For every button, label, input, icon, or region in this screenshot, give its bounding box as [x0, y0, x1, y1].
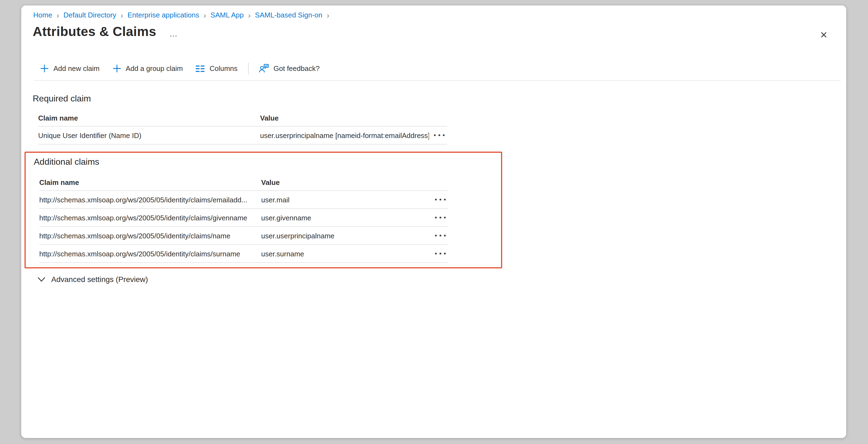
- additional-claims-table: Claim name Value http://schemas.xmlsoap.…: [39, 175, 448, 263]
- claim-name-cell: http://schemas.xmlsoap.org/ws/2005/05/id…: [39, 249, 261, 258]
- table-header-row: Claim name Value: [39, 175, 448, 191]
- claim-value-cell: user.surname: [261, 249, 430, 258]
- advanced-settings-label: Advanced settings (Preview): [51, 275, 148, 284]
- column-header-value: Value: [261, 178, 448, 186]
- table-row[interactable]: http://schemas.xmlsoap.org/ws/2005/05/id…: [39, 191, 448, 209]
- breadcrumb-separator-icon: ›: [56, 11, 59, 19]
- breadcrumb-separator-icon: ›: [248, 11, 251, 19]
- feedback-icon: [259, 64, 269, 73]
- add-group-claim-label: Add a group claim: [126, 64, 183, 72]
- table-header-row: Claim name Value: [38, 110, 447, 126]
- chevron-down-icon: [38, 275, 45, 284]
- claim-name-cell: http://schemas.xmlsoap.org/ws/2005/05/id…: [39, 213, 261, 222]
- claim-value-cell: user.mail: [261, 196, 430, 204]
- page-title: Attributes & Claims: [33, 24, 156, 39]
- row-actions-button[interactable]: •••: [429, 132, 447, 139]
- breadcrumb-link-saml-app[interactable]: SAML App: [211, 11, 244, 19]
- required-claim-section-title: Required claim: [33, 94, 91, 103]
- claim-value-cell: user.userprincipalname [nameid-format:em…: [260, 131, 429, 139]
- attributes-claims-panel: Home › Default Directory › Enterprise ap…: [21, 5, 846, 438]
- required-claim-table: Claim name Value Unique User Identifier …: [38, 110, 447, 145]
- row-actions-button[interactable]: •••: [430, 232, 448, 239]
- advanced-settings-toggle[interactable]: Advanced settings (Preview): [38, 275, 148, 284]
- claim-name-cell: http://schemas.xmlsoap.org/ws/2005/05/id…: [39, 196, 261, 204]
- row-actions-button[interactable]: •••: [430, 196, 448, 203]
- plus-icon: [113, 64, 121, 72]
- breadcrumb: Home › Default Directory › Enterprise ap…: [33, 11, 329, 19]
- plus-icon: [40, 64, 49, 72]
- got-feedback-button[interactable]: Got feedback?: [252, 60, 326, 77]
- add-group-claim-button[interactable]: Add a group claim: [106, 60, 189, 77]
- breadcrumb-link-enterprise-applications[interactable]: Enterprise applications: [128, 11, 199, 19]
- columns-label: Columns: [210, 64, 238, 72]
- columns-button[interactable]: Columns: [189, 60, 244, 77]
- claim-name-cell: http://schemas.xmlsoap.org/ws/2005/05/id…: [39, 232, 261, 240]
- add-new-claim-label: Add new claim: [54, 64, 99, 72]
- close-button[interactable]: ✕: [818, 28, 830, 42]
- row-actions-button[interactable]: •••: [430, 214, 448, 221]
- column-header-claim-name: Claim name: [38, 114, 260, 122]
- additional-claims-section-title: Additional claims: [34, 157, 99, 167]
- title-row: Attributes & Claims …: [33, 24, 180, 39]
- breadcrumb-link-home[interactable]: Home: [33, 11, 52, 19]
- toolbar: Add new claim Add a group claim: [34, 57, 841, 81]
- table-row[interactable]: Unique User Identifier (Name ID) user.us…: [38, 126, 447, 145]
- more-options-button[interactable]: …: [167, 28, 180, 39]
- screen: Home › Default Directory › Enterprise ap…: [0, 0, 868, 444]
- column-header-value: Value: [260, 114, 447, 122]
- breadcrumb-separator-icon: ›: [327, 11, 329, 19]
- additional-claims-highlight-box: Additional claims Claim name Value http:…: [25, 152, 502, 268]
- claim-value-cell: user.givenname: [261, 213, 430, 222]
- add-new-claim-button[interactable]: Add new claim: [34, 60, 106, 77]
- got-feedback-label: Got feedback?: [273, 64, 319, 72]
- breadcrumb-separator-icon: ›: [204, 11, 206, 19]
- claim-value-cell: user.userprincipalname: [261, 232, 430, 240]
- claim-name-cell: Unique User Identifier (Name ID): [38, 131, 260, 139]
- breadcrumb-separator-icon: ›: [121, 11, 123, 19]
- breadcrumb-link-saml-based-sign-on[interactable]: SAML-based Sign-on: [255, 11, 322, 19]
- columns-icon: [196, 65, 205, 72]
- table-row[interactable]: http://schemas.xmlsoap.org/ws/2005/05/id…: [39, 245, 448, 263]
- table-row[interactable]: http://schemas.xmlsoap.org/ws/2005/05/id…: [39, 227, 448, 245]
- breadcrumb-link-default-directory[interactable]: Default Directory: [64, 11, 116, 19]
- toolbar-divider: [248, 62, 248, 75]
- row-actions-button[interactable]: •••: [430, 250, 448, 257]
- table-row[interactable]: http://schemas.xmlsoap.org/ws/2005/05/id…: [39, 209, 448, 227]
- column-header-claim-name: Claim name: [39, 178, 261, 186]
